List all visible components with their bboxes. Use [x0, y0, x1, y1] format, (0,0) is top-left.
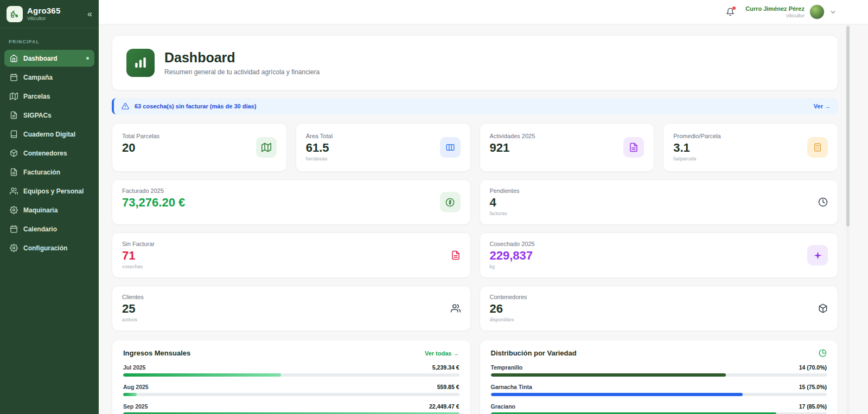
chevron-down-icon	[829, 9, 837, 16]
book-icon	[10, 130, 18, 138]
progress-track	[123, 393, 459, 396]
users-icon	[451, 303, 461, 313]
sidebar-item-equipos-personal[interactable]: Equipos y Personal	[4, 183, 94, 199]
chart-category: Tempranillo	[491, 364, 523, 371]
sidebar-item-label: Facturación	[23, 169, 60, 176]
charts-row: Ingresos Mensuales Ver todas → Jul 2025 …	[112, 340, 838, 414]
alert-banner: 63 cosecha(s) sin facturar (más de 30 dí…	[112, 98, 838, 114]
chart-value: 15 (75.0%)	[799, 384, 827, 390]
chart-value: 5,239.34 €	[432, 364, 459, 371]
stat-label: Promedio/Parcela	[673, 133, 720, 139]
alert-view-link[interactable]: Ver →	[814, 103, 831, 109]
stat-card-clientes: Clientes 25 activos	[112, 286, 471, 331]
app-window: Agro365 Viticultor « PRINCIPAL Dashboard…	[0, 0, 868, 414]
chart-title: Distribución por Variedad	[491, 349, 577, 357]
progress-track	[491, 393, 827, 396]
sidebar-item-facturacion[interactable]: Facturación	[4, 164, 94, 180]
stat-value: 4	[490, 196, 520, 209]
calendar-icon	[10, 225, 18, 233]
stat-value: 26	[490, 302, 527, 315]
chart-title: Ingresos Mensuales	[123, 349, 190, 357]
sidebar-item-dashboard[interactable]: Dashboard	[4, 50, 94, 67]
stats-row-4: Clientes 25 activos Contenedores 26 disp…	[112, 286, 838, 331]
active-dot	[86, 57, 89, 60]
stat-label: Clientes	[122, 294, 144, 300]
stat-label: Total Parcelas	[122, 133, 159, 139]
stat-value: 20	[122, 141, 159, 154]
progress-fill	[491, 393, 743, 396]
stat-label: Facturado 2025	[122, 187, 185, 194]
alert-icon	[122, 102, 129, 110]
user-name: Curro Jiménez Pérez	[745, 5, 805, 12]
page-header-card: Dashboard Resumen general de tu activida…	[112, 35, 838, 90]
sidebar-item-contenedores[interactable]: Contenedores	[4, 145, 94, 161]
stat-label: Sin Facturar	[122, 241, 155, 247]
file-text-icon	[451, 250, 461, 260]
notification-badge	[732, 7, 736, 10]
chart-category: Garnacha Tinta	[491, 384, 532, 390]
chart-row: Tempranillo 14 (70.0%)	[491, 364, 827, 377]
sidebar-item-label: Maquinaria	[23, 206, 58, 214]
ingresos-mensuales-card: Ingresos Mensuales Ver todas → Jul 2025 …	[112, 340, 471, 414]
stat-card-promedio: Promedio/Parcela 3.1 ha/parcela	[663, 123, 838, 172]
stat-label: Área Total	[306, 133, 333, 139]
sidebar-item-configuracion[interactable]: Configuración	[4, 240, 94, 256]
chart-row: Garnacha Tinta 15 (75.0%)	[491, 384, 827, 396]
ver-todas-link[interactable]: Ver todas →	[425, 350, 459, 357]
chart-value: 14 (70.0%)	[799, 364, 827, 371]
progress-track	[491, 373, 827, 377]
sidebar-item-calendario[interactable]: Calendario	[4, 221, 94, 237]
stat-unit: kg	[490, 264, 535, 270]
chart-category: Sep 2025	[123, 403, 148, 410]
scrollbar-thumb[interactable]	[846, 26, 850, 227]
stat-value: 3.1	[673, 141, 720, 154]
progress-fill	[491, 373, 726, 377]
sidebar-item-label: Equipos y Personal	[23, 187, 84, 195]
chart-value: 22,449.47 €	[429, 403, 459, 410]
user-menu[interactable]: Curro Jiménez Pérez Viticultor	[745, 4, 837, 20]
app-name: Agro365	[27, 7, 60, 16]
chart-category: Graciano	[491, 403, 516, 410]
bar-chart-icon	[126, 49, 155, 77]
progress-fill	[123, 393, 137, 396]
stat-card-cosechado: Cosechado 2025 229,837 kg	[480, 232, 839, 278]
map-icon	[256, 137, 277, 158]
vertical-scrollbar[interactable]	[846, 25, 850, 414]
distribucion-variedad-card: Distribución por Variedad Tempranillo 14…	[480, 340, 839, 414]
stat-card-facturado: Facturado 2025 73,276.20 €	[112, 179, 471, 225]
sidebar-item-label: Cuaderno Digital	[23, 131, 75, 138]
stat-unit	[490, 156, 535, 162]
stat-label: Cosechado 2025	[490, 241, 535, 247]
sidebar-item-label: Calendario	[23, 225, 57, 233]
stat-unit: disponibles	[490, 317, 527, 323]
stat-card-actividades: Actividades 2025 921	[480, 123, 655, 172]
sidebar-item-label: SIGPACs	[23, 112, 52, 119]
users-icon	[10, 187, 18, 195]
avatar	[809, 4, 825, 20]
sidebar-item-parcelas[interactable]: Parcelas	[4, 88, 94, 105]
topbar: Curro Jiménez Pérez Viticultor	[99, 0, 868, 24]
area-grid-icon	[440, 137, 461, 158]
sidebar-item-campana[interactable]: Campaña	[4, 69, 94, 86]
clock-icon	[818, 197, 828, 207]
map-icon	[10, 92, 18, 100]
sidebar-collapse-button[interactable]: «	[87, 10, 92, 18]
stat-value: 229,837	[490, 249, 535, 262]
stat-unit: hectáreas	[306, 156, 333, 162]
stat-unit: facturas	[490, 211, 520, 217]
sidebar-item-maquinaria[interactable]: Maquinaria	[4, 202, 94, 218]
sidebar-nav: Dashboard Campaña Parcelas SIGPACs Cuade…	[0, 49, 99, 257]
sidebar-section-label: PRINCIPAL	[0, 28, 99, 49]
stat-unit	[122, 211, 185, 217]
stat-unit: activos	[122, 317, 144, 323]
chart-value: 17 (85.0%)	[799, 403, 827, 410]
stat-unit: cosechas	[122, 264, 155, 270]
stat-card-contenedores: Contenedores 26 disponibles	[480, 286, 839, 331]
gear-icon	[10, 206, 18, 214]
notifications-button[interactable]	[726, 8, 735, 16]
chart-value: 559.85 €	[437, 384, 459, 390]
sidebar-item-cuaderno-digital[interactable]: Cuaderno Digital	[4, 126, 94, 143]
app-tagline: Viticultor	[27, 16, 60, 21]
sidebar-item-sigpacs[interactable]: SIGPACs	[4, 107, 94, 124]
progress-fill	[123, 373, 281, 377]
